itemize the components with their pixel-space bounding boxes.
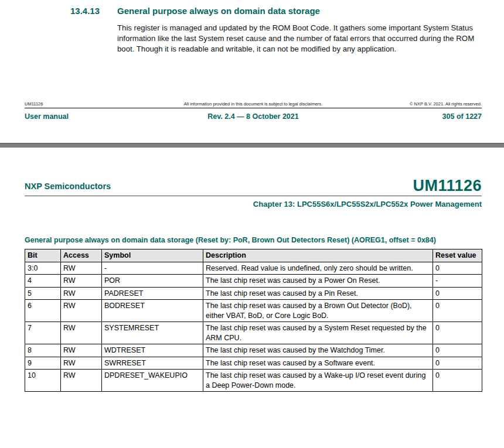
cell-description: The last chip reset was caused by a Pin …	[203, 287, 433, 300]
cell-access: RW	[61, 344, 102, 357]
body-paragraph: This register is managed and updated by …	[117, 23, 483, 54]
table-row: 5 RW PADRESET The last chip reset was ca…	[25, 287, 482, 300]
cell-bit: 5	[25, 287, 61, 300]
cell-bit: 10	[25, 370, 61, 392]
footer-disclaimer-row: UM11126 All information provided in this…	[25, 101, 482, 108]
table-caption: General purpose always on domain data st…	[25, 235, 482, 245]
page-bottom: NXP Semiconductors UM11126 Chapter 13: L…	[25, 178, 482, 392]
header-description: Description	[203, 249, 433, 262]
cell-symbol: BODRESET	[102, 300, 203, 322]
header-symbol: Symbol	[102, 249, 203, 262]
footer-page-number: 305 of 1227	[299, 112, 482, 121]
company-name: NXP Semiconductors	[25, 182, 111, 194]
chapter-heading: Chapter 13: LPC55S6x/LPC55S2x/LPC552x Po…	[25, 200, 482, 208]
section-title: General purpose always on domain data st…	[117, 6, 320, 16]
footer-doc-id: UM11126	[25, 101, 184, 107]
table-row: 4 RW POR The last chip reset was caused …	[25, 275, 482, 288]
table-row: 7 RW SYSTEMRESET The last chip reset was…	[25, 322, 482, 344]
cell-reset-value: 0	[433, 370, 482, 392]
cell-reset-value: 0	[433, 300, 482, 322]
cell-reset-value: 0	[433, 357, 482, 370]
cell-bit: 8	[25, 344, 61, 357]
cell-symbol: WDTRESET	[102, 344, 203, 357]
cell-bit: 4	[25, 275, 61, 288]
cell-access: RW	[61, 300, 102, 322]
footer-manual-label: User manual	[25, 112, 207, 121]
cell-symbol: POR	[102, 275, 203, 288]
footer-copyright: © NXP B.V. 2021. All rights reserved.	[322, 101, 482, 107]
footer-revision: Rev. 2.4 — 8 October 2021	[207, 112, 298, 121]
cell-symbol: DPDRESET_WAKEUPIO	[102, 370, 203, 392]
register-table: Bit Access Symbol Description Reset valu…	[25, 249, 482, 392]
table-row: 9 RW SWRRESET The last chip reset was ca…	[25, 357, 482, 370]
section-heading: 13.4.13 General purpose always on domain…	[70, 6, 504, 16]
cell-access: RW	[61, 275, 102, 288]
cell-description: The last chip reset was caused by a Wake…	[203, 370, 433, 392]
header-reset-value: Reset value	[433, 249, 482, 262]
cell-reset-value: 0	[433, 287, 482, 300]
cell-symbol: PADRESET	[102, 287, 203, 300]
cell-description: The last chip reset was caused by a Soft…	[203, 357, 433, 370]
cell-bit: 3:0	[25, 262, 61, 275]
cell-description: The last chip reset was caused by a Syst…	[203, 322, 433, 344]
cell-access: RW	[61, 357, 102, 370]
page-separator	[0, 143, 504, 148]
cell-symbol: SWRRESET	[102, 357, 203, 370]
page-header: NXP Semiconductors UM11126	[25, 178, 482, 196]
cell-description: The last chip reset was caused by a Powe…	[203, 275, 433, 288]
cell-reset-value: -	[433, 275, 482, 288]
table-row: 3:0 RW - Reserved. Read value is undefin…	[25, 262, 482, 275]
cell-access: RW	[61, 370, 102, 392]
cell-description: The last chip reset was caused by a Brow…	[203, 300, 433, 322]
page-top: 13.4.13 General purpose always on domain…	[0, 0, 504, 121]
header-access: Access	[61, 249, 102, 262]
cell-reset-value: 0	[433, 322, 482, 344]
cell-bit: 7	[25, 322, 61, 344]
footer-info-row: User manual Rev. 2.4 — 8 October 2021 30…	[25, 112, 482, 121]
cell-reset-value: 0	[433, 344, 482, 357]
cell-bit: 6	[25, 300, 61, 322]
cell-symbol: SYSTEMRESET	[102, 322, 203, 344]
header-bit: Bit	[25, 249, 61, 262]
cell-symbol: -	[102, 262, 203, 275]
cell-description: Reserved. Read value is undefined, only …	[203, 262, 433, 275]
cell-access: RW	[61, 322, 102, 344]
cell-bit: 9	[25, 357, 61, 370]
page-footer: UM11126 All information provided in this…	[25, 101, 482, 121]
footer-disclaimer: All information provided in this documen…	[184, 101, 322, 107]
document-id: UM11126	[413, 178, 482, 194]
table-row: 10 RW DPDRESET_WAKEUPIO The last chip re…	[25, 370, 482, 392]
section-number: 13.4.13	[70, 6, 117, 16]
cell-reset-value: 0	[433, 262, 482, 275]
table-row: 8 RW WDTRESET The last chip reset was ca…	[25, 344, 482, 357]
cell-access: RW	[61, 287, 102, 300]
cell-description: The last chip reset was caused by the Wa…	[203, 344, 433, 357]
table-header-row: Bit Access Symbol Description Reset valu…	[25, 249, 482, 262]
cell-access: RW	[61, 262, 102, 275]
table-row: 6 RW BODRESET The last chip reset was ca…	[25, 300, 482, 322]
